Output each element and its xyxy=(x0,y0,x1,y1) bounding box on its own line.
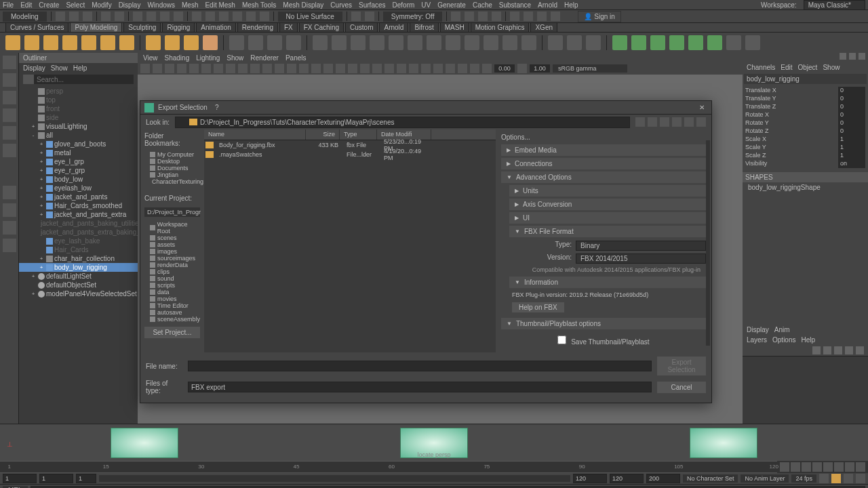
shelf-tab[interactable]: Custom xyxy=(345,22,378,33)
shelf-append-icon[interactable] xyxy=(286,35,301,50)
new-scene-icon[interactable] xyxy=(56,12,65,21)
layer-add-selected-icon[interactable] xyxy=(845,346,853,354)
shelf-tab[interactable]: Curves / Surfaces xyxy=(5,22,68,33)
expand-toggle-icon[interactable]: + xyxy=(30,273,37,279)
attr-value[interactable]: 0 xyxy=(838,127,865,136)
outliner-item[interactable]: -all xyxy=(19,131,138,140)
nav-back-icon[interactable] xyxy=(635,117,645,127)
shelf-tool-icon[interactable] xyxy=(726,35,741,50)
nav-listview-icon[interactable] xyxy=(684,117,694,127)
vp-tool-icon[interactable] xyxy=(360,64,370,73)
render-icon[interactable] xyxy=(465,12,474,21)
snap-icon[interactable] xyxy=(219,12,229,21)
vp-tool-icon[interactable] xyxy=(372,64,382,73)
shelf-subdivide-icon[interactable] xyxy=(408,35,422,50)
shelf-quaddraw-icon[interactable] xyxy=(612,35,627,50)
exposure-field[interactable]: 0.00 xyxy=(494,64,515,73)
save-scene-icon[interactable] xyxy=(83,12,92,21)
bookmark-item[interactable]: Documents xyxy=(144,165,200,171)
range-end-field[interactable] xyxy=(610,474,644,483)
vp-tool-icon[interactable] xyxy=(397,64,406,73)
panel-toggle-icon[interactable] xyxy=(551,12,560,21)
layout-tool-icon[interactable] xyxy=(3,221,16,235)
vp-tool-icon[interactable] xyxy=(421,64,431,73)
move-tool-icon[interactable] xyxy=(3,108,16,122)
vp-tool-icon[interactable] xyxy=(214,64,223,73)
polycylinder-icon[interactable] xyxy=(43,35,58,50)
workspace-folder-item[interactable]: scenes xyxy=(144,235,200,241)
cb-show[interactable]: Show xyxy=(823,64,840,71)
vp-tool-icon[interactable] xyxy=(262,64,272,73)
step-back-key-icon[interactable] xyxy=(791,462,800,472)
attr-name[interactable]: Translate Y xyxy=(745,95,776,103)
shelf-tool-icon[interactable] xyxy=(745,35,760,50)
autokey-icon[interactable] xyxy=(819,474,829,483)
vp-tool-icon[interactable] xyxy=(287,64,296,73)
search-icon[interactable] xyxy=(23,75,34,84)
open-scene-icon[interactable] xyxy=(69,12,79,21)
outliner-item[interactable]: defaultObjectSet xyxy=(19,281,138,289)
range-slider[interactable] xyxy=(99,475,570,482)
select-mode-icon[interactable] xyxy=(174,12,183,21)
outliner-item[interactable]: +metal xyxy=(19,148,138,157)
character-set-dropdown[interactable]: No Character Set xyxy=(683,474,738,483)
snap-icon[interactable] xyxy=(205,12,215,21)
vp-tool-icon[interactable] xyxy=(348,64,357,73)
paint-select-icon[interactable] xyxy=(3,91,16,104)
vp-tool-icon[interactable] xyxy=(384,64,394,73)
shelf-reduce-icon[interactable] xyxy=(484,35,498,50)
polyplane-icon[interactable] xyxy=(100,35,115,50)
vp-tool-icon[interactable] xyxy=(189,64,199,73)
attr-value[interactable]: 1 xyxy=(838,144,865,152)
shelf-fillhole-icon[interactable] xyxy=(465,35,479,50)
vp-tool-icon[interactable] xyxy=(177,64,186,73)
rotate-tool-icon[interactable] xyxy=(3,126,16,140)
current-frame-field[interactable] xyxy=(76,474,96,483)
vp-view[interactable]: View xyxy=(143,54,158,62)
channelbox-tab-icon[interactable] xyxy=(849,53,856,60)
attr-name[interactable]: Visibility xyxy=(745,160,767,168)
col-name[interactable]: Name xyxy=(204,129,306,140)
expand-toggle-icon[interactable]: + xyxy=(38,203,45,209)
layers-list[interactable] xyxy=(743,356,868,424)
step-forward-key-icon[interactable] xyxy=(845,462,854,472)
shelf-mirror-icon[interactable] xyxy=(427,35,441,50)
workspace-folder-item[interactable]: scripts xyxy=(144,282,200,289)
sync-icon[interactable] xyxy=(856,474,865,483)
save-thumbnail-checkbox[interactable] xyxy=(557,336,566,344)
layer-add-icon[interactable] xyxy=(834,346,842,354)
attr-value[interactable]: 1 xyxy=(838,152,865,160)
layers-layers[interactable]: Layers xyxy=(747,336,767,344)
vp-tool-icon[interactable] xyxy=(201,64,211,73)
vp-tool-icon[interactable] xyxy=(311,64,321,73)
shelf-smooth-icon[interactable] xyxy=(389,35,403,50)
fps-dropdown[interactable]: 24 fps xyxy=(791,474,816,483)
play-icon[interactable] xyxy=(823,462,833,472)
tab-display[interactable]: Display xyxy=(747,326,769,333)
section-units[interactable]: ▶Units xyxy=(509,185,706,197)
undo-icon[interactable] xyxy=(101,12,111,21)
layer-move-down-icon[interactable] xyxy=(823,346,831,354)
step-back-icon[interactable] xyxy=(802,462,811,472)
menu-substance[interactable]: Substance xyxy=(499,1,531,9)
panel-toggle-icon[interactable] xyxy=(510,12,519,21)
colorspace-dropdown[interactable]: sRGB gamma xyxy=(553,64,627,73)
outliner-item[interactable]: +defaultLightSet xyxy=(19,272,138,281)
menu-curves[interactable]: Curves xyxy=(330,1,352,9)
expand-toggle-icon[interactable]: + xyxy=(38,256,45,262)
vp-tool-icon[interactable] xyxy=(226,64,235,73)
select-mode-icon[interactable] xyxy=(133,12,142,21)
menu-meshtools[interactable]: Mesh Tools xyxy=(242,1,276,9)
help-on-fbx-button[interactable]: Help on FBX xyxy=(512,302,564,312)
section-axis[interactable]: ▶Axis Conversion xyxy=(509,199,706,210)
workspace-folder-item[interactable]: Workspace Root xyxy=(144,221,200,235)
section-embedmedia[interactable]: ▶Embed Media xyxy=(501,144,706,156)
expand-toggle-icon[interactable]: - xyxy=(30,132,37,138)
attr-value[interactable]: 0 xyxy=(838,111,865,119)
file-row[interactable]: Body_for_rigging.fbx433 KBfbx File5/23/2… xyxy=(204,140,496,150)
menuset-dropdown[interactable]: Modeling xyxy=(3,12,47,22)
goto-end-icon[interactable] xyxy=(856,462,865,472)
vp-tool-icon[interactable] xyxy=(409,64,418,73)
outliner-item[interactable]: +jacket_and_pants_extra xyxy=(19,210,138,219)
workspace-folder-item[interactable]: assets xyxy=(144,241,200,248)
